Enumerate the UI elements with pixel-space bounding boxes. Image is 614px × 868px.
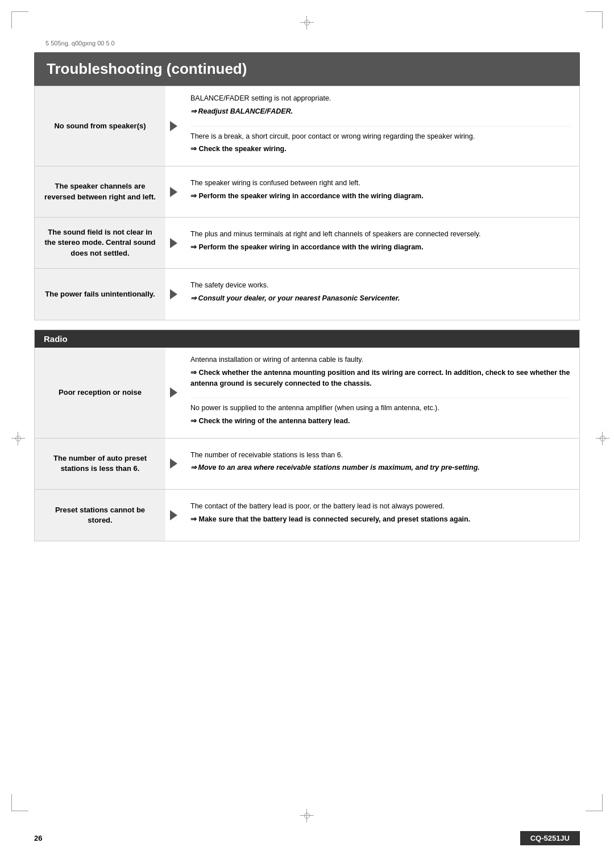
arrow-right-icon (170, 121, 177, 131)
arrow-right-icon (170, 510, 177, 520)
corner-mark-bl (11, 794, 28, 811)
solution-text-2: ⇒ Check the wiring of the antenna batter… (190, 416, 570, 427)
solution-item: The contact of the battery lead is poor,… (190, 501, 570, 527)
arrow-indicator (165, 218, 181, 268)
solution-text: ⇒ Readjust BALANCE/FADER. (190, 106, 570, 117)
solution-text: ⇒ Move to an area where receivable stati… (190, 462, 570, 473)
table-row: The power fails unintentionally. The saf… (35, 269, 579, 320)
arrow-indicator (165, 348, 181, 438)
corner-mark-br (586, 794, 603, 811)
arrow-indicator (165, 86, 181, 166)
solution-text: ⇒ Perform the speaker wiring in accordan… (190, 242, 570, 253)
solution-content: The number of receivable stations is les… (181, 439, 579, 489)
page-footer: 26 CQ-5251JU (34, 831, 580, 845)
arrow-right-icon (170, 387, 177, 398)
table-row: The sound field is not clear in the ster… (35, 218, 579, 269)
table-row: Preset stations cannot be stored. The co… (35, 490, 579, 541)
arrow-indicator (165, 166, 181, 217)
problem-label: The number of auto preset stations is le… (35, 439, 165, 489)
arrow-right-icon (170, 238, 177, 248)
problem-label: The sound field is not clear in the ster… (35, 218, 165, 268)
problem-text-2: No power is supplied to the antenna ampl… (190, 403, 570, 414)
problem-text-2: There is a break, a short circuit, poor … (190, 131, 570, 142)
solution-item: Antenna installation or wiring of antenn… (190, 354, 570, 391)
problem-text: The plus and minus terminals at right an… (190, 229, 570, 240)
solution-text: ⇒ Consult your dealer, or your nearest P… (190, 293, 570, 304)
cross-mid-right (596, 432, 609, 445)
corner-mark-tr (586, 11, 603, 28)
solution-content: The plus and minus terminals at right an… (181, 218, 579, 268)
problem-label: Poor reception or noise (35, 348, 165, 438)
cross-mid-left (11, 432, 25, 445)
file-info: 5 505ng. q00gxng 00 5 0 (34, 40, 580, 47)
solution-text: ⇒ Check whether the antenna mounting pos… (190, 368, 570, 389)
table-row: No sound from speaker(s) BALANCE/FADER s… (35, 86, 579, 166)
solution-item-2: There is a break, a short circuit, poor … (190, 126, 570, 157)
solution-item: The number of receivable stations is les… (190, 450, 570, 476)
table-row: The speaker channels are reversed betwee… (35, 166, 579, 218)
problem-label: No sound from speaker(s) (35, 86, 165, 166)
arrow-indicator (165, 490, 181, 541)
solution-content: BALANCE/FADER setting is not appropriate… (181, 86, 579, 166)
arrow-right-icon (170, 187, 177, 197)
table-row: Poor reception or noise Antenna installa… (35, 348, 579, 439)
solution-item-2: No power is supplied to the antenna ampl… (190, 398, 570, 429)
page-number: 26 (34, 834, 42, 842)
section-header-radio: Radio (35, 330, 579, 348)
arrow-indicator (165, 269, 181, 320)
solution-text: ⇒ Make sure that the battery lead is con… (190, 514, 570, 525)
cross-bottom (300, 809, 314, 823)
arrow-indicator (165, 439, 181, 489)
table-row: The number of auto preset stations is le… (35, 439, 579, 490)
problem-text: The number of receivable stations is les… (190, 450, 570, 461)
problem-label: Preset stations cannot be stored. (35, 490, 165, 541)
solution-content: The safety device works. ⇒ Consult your … (181, 269, 579, 320)
solution-item: The plus and minus terminals at right an… (190, 229, 570, 255)
solution-item: BALANCE/FADER setting is not appropriate… (190, 93, 570, 119)
problem-text: The safety device works. (190, 280, 570, 291)
solution-text-2: ⇒ Check the speaker wiring. (190, 144, 570, 155)
solution-text: ⇒ Perform the speaker wiring in accordan… (190, 191, 570, 202)
page-title: Troubleshooting (continued) (34, 52, 580, 86)
corner-mark-tl (11, 11, 28, 28)
problem-text: The speaker wiring is confused between r… (190, 178, 570, 189)
radio-section: Radio Poor reception or noise Antenna in… (34, 329, 580, 541)
solution-item: The speaker wiring is confused between r… (190, 178, 570, 204)
solution-content: The contact of the battery lead is poor,… (181, 490, 579, 541)
cross-top (300, 16, 314, 30)
problem-label: The speaker channels are reversed betwee… (35, 166, 165, 217)
general-section: No sound from speaker(s) BALANCE/FADER s… (34, 86, 580, 320)
problem-label: The power fails unintentionally. (35, 269, 165, 320)
problem-text: BALANCE/FADER setting is not appropriate… (190, 93, 570, 104)
arrow-right-icon (170, 289, 177, 299)
problem-text: The contact of the battery lead is poor,… (190, 501, 570, 512)
arrow-right-icon (170, 458, 177, 469)
model-badge: CQ-5251JU (520, 831, 580, 845)
solution-item: The safety device works. ⇒ Consult your … (190, 280, 570, 306)
solution-content: Antenna installation or wiring of antenn… (181, 348, 579, 438)
problem-text: Antenna installation or wiring of antenn… (190, 354, 570, 365)
solution-content: The speaker wiring is confused between r… (181, 166, 579, 217)
